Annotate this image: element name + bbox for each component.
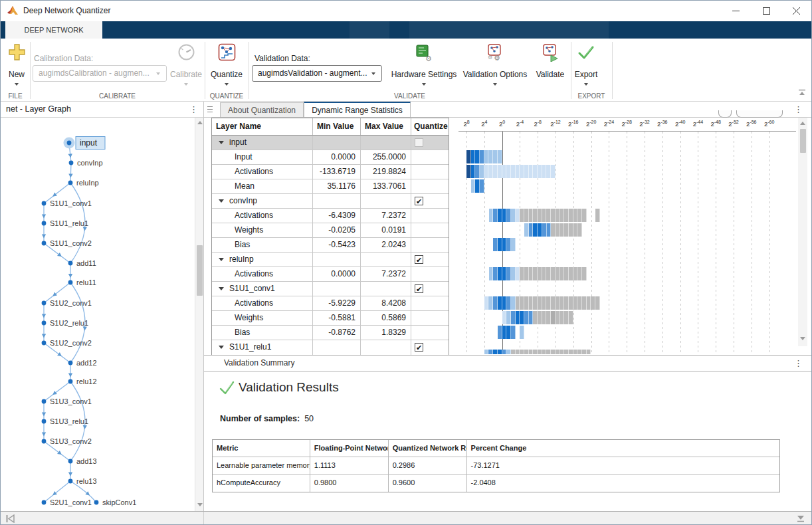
graph-node-relu11[interactable]	[68, 280, 73, 285]
graph-vertical-scrollbar[interactable]	[195, 118, 203, 511]
graph-edge-arrow-icon	[42, 314, 46, 318]
histogram-row	[489, 267, 587, 280]
graph-scroll-up-arrow[interactable]	[197, 121, 203, 124]
histogram-bin	[506, 267, 511, 280]
expand-triangle-icon[interactable]	[219, 141, 224, 144]
collapse-ribbon-icon[interactable]	[798, 89, 806, 96]
graph-scroll-down-arrow[interactable]	[197, 503, 203, 506]
validation-cell: 0.2986	[389, 457, 467, 474]
collapse-bottom-icon[interactable]	[796, 515, 805, 522]
histogram-bin	[547, 223, 552, 237]
table-row[interactable]: S1U1_relu1✔	[212, 340, 449, 355]
graph-node-relu13[interactable]	[68, 479, 73, 484]
validation-cell: Learnable parameter memory (MB)	[213, 457, 310, 474]
graph-node-S1U3_relu1[interactable]	[42, 419, 47, 424]
quantize-checkbox[interactable]: ✔	[415, 284, 423, 293]
quantize-checkbox[interactable]: ✔	[415, 343, 423, 352]
column-header-min-value: Min Value	[313, 118, 361, 135]
hardware-settings-dropdown-arrow[interactable]	[422, 83, 426, 86]
ribbon-tab-deep-network-quantizer[interactable]: DEEP NETWORK QUANTIZER	[5, 21, 102, 39]
table-row[interactable]: input	[212, 136, 449, 150]
table-row[interactable]: Activations0.00007.2372	[212, 267, 449, 282]
quantize-button[interactable]: Quantize	[209, 43, 245, 90]
validate-button[interactable]: Validate	[532, 43, 568, 90]
table-row[interactable]: Input0.0000255.0000	[212, 150, 449, 165]
quantize-checkbox[interactable]: ✔	[415, 197, 423, 205]
graph-node-S1U1_relu1[interactable]	[42, 221, 47, 226]
quantize-checkbox[interactable]: ✔	[415, 255, 423, 264]
export-button[interactable]: Export	[569, 43, 603, 90]
graph-node-S1U3_conv2[interactable]	[42, 439, 47, 444]
minimize-button[interactable]	[720, 1, 751, 21]
table-row[interactable]: Activations-5.92298.4208	[212, 296, 449, 311]
graph-node-add11[interactable]	[68, 261, 73, 266]
stats-panel-menu-icon[interactable]: ⋮	[794, 102, 803, 117]
close-button[interactable]	[781, 1, 811, 21]
expand-triangle-icon[interactable]	[219, 199, 224, 203]
table-row[interactable]: Activations-6.43097.2372	[212, 209, 449, 223]
table-row[interactable]: Activations-133.6719219.8824	[212, 165, 449, 179]
validation-summary-menu-icon[interactable]: ⋮	[794, 356, 803, 371]
histogram-bin	[569, 267, 573, 280]
graph-node-S1U2_relu1[interactable]	[42, 321, 47, 326]
expand-triangle-icon[interactable]	[219, 346, 224, 349]
tab-about-quantization[interactable]: About Quantization	[220, 102, 304, 118]
collapse-left-icon[interactable]	[6, 514, 15, 523]
graph-node-add12[interactable]	[68, 361, 73, 366]
panel-grip-icon[interactable]	[207, 106, 213, 112]
calibrate-dropdown-arrow[interactable]	[184, 83, 188, 86]
graph-node-S1U2_conv2[interactable]	[42, 341, 47, 346]
validation-options-dropdown-arrow[interactable]	[493, 83, 497, 86]
item-name: Activations	[235, 209, 273, 223]
validation-options-button[interactable]: ⚙ ⚙ Validation Options	[464, 43, 526, 90]
layer-graph-menu-icon[interactable]: ⋮	[189, 102, 198, 117]
histogram-bin	[520, 267, 524, 280]
new-dropdown-arrow[interactable]	[15, 83, 19, 86]
maximize-button[interactable]	[751, 1, 781, 21]
graph-scrollbar-thumb[interactable]	[197, 245, 203, 296]
table-row[interactable]: convInp✔	[212, 194, 449, 209]
graph-node-S2U1_conv1[interactable]	[42, 500, 47, 505]
calibration-data-combo[interactable]: augimdsCalibration - augmen...	[33, 65, 167, 82]
calibrate-button[interactable]: Calibrate	[168, 43, 204, 90]
histogram-bin	[502, 209, 507, 222]
table-row[interactable]: Weights-0.58810.5869	[212, 311, 449, 326]
graph-node-input[interactable]	[67, 141, 72, 146]
histogram-scrollbar-thumb[interactable]	[800, 129, 806, 153]
new-button[interactable]: New	[5, 43, 29, 90]
graph-node-convInp[interactable]	[69, 161, 74, 165]
export-dropdown-arrow[interactable]	[584, 83, 588, 86]
histogram-bin	[516, 296, 520, 310]
table-row[interactable]: reluInp✔	[212, 253, 449, 267]
graph-node-S1U2_conv1[interactable]	[42, 301, 47, 306]
expand-triangle-icon[interactable]	[219, 287, 224, 290]
table-row[interactable]: Bias-0.87621.8329	[212, 326, 449, 340]
graph-node-skipConv1[interactable]	[94, 500, 99, 505]
validation-data-combo[interactable]: augimdsValidation - augment...	[252, 65, 382, 82]
tab-dynamic-range-statistics[interactable]: Dynamic Range Statistics	[304, 102, 411, 118]
graph-node-S1U3_conv1[interactable]	[42, 399, 47, 404]
graph-node-S1U1_conv1[interactable]	[42, 201, 47, 206]
graph-node-reluInp[interactable]	[68, 181, 73, 185]
quantize-dropdown-arrow[interactable]	[225, 83, 229, 86]
histogram-bin	[480, 179, 484, 193]
table-row[interactable]: S1U1_conv1✔	[212, 282, 449, 296]
expand-triangle-icon[interactable]	[219, 258, 224, 261]
quantize-checkbox[interactable]	[415, 138, 423, 147]
graph-node-add13[interactable]	[68, 459, 73, 464]
histogram-bin	[493, 296, 498, 310]
table-row[interactable]: Bias-0.54232.0243	[212, 238, 449, 253]
layer-graph-canvas[interactable]: inputconvInpreluInpS1U1_conv1S1U1_relu1S…	[1, 118, 195, 511]
table-row[interactable]: Mean35.1176133.7061	[212, 179, 449, 194]
histogram-vertical-scrollbar[interactable]	[798, 118, 807, 346]
chart-clipped-button-wide[interactable]	[736, 110, 783, 118]
histogram-scroll-up-arrow[interactable]	[800, 122, 805, 125]
histogram-bin	[573, 350, 578, 354]
table-row[interactable]: Weights-0.02050.0191	[212, 223, 449, 238]
graph-node-S1U1_conv2[interactable]	[42, 241, 47, 246]
graph-node-relu12[interactable]	[68, 379, 73, 384]
chart-clipped-button-small[interactable]	[718, 110, 732, 118]
hardware-settings-button[interactable]: ⚙ Hardware Settings	[394, 43, 454, 90]
histogram-bin	[551, 296, 556, 310]
histogram-scroll-down-arrow[interactable]	[800, 337, 805, 340]
